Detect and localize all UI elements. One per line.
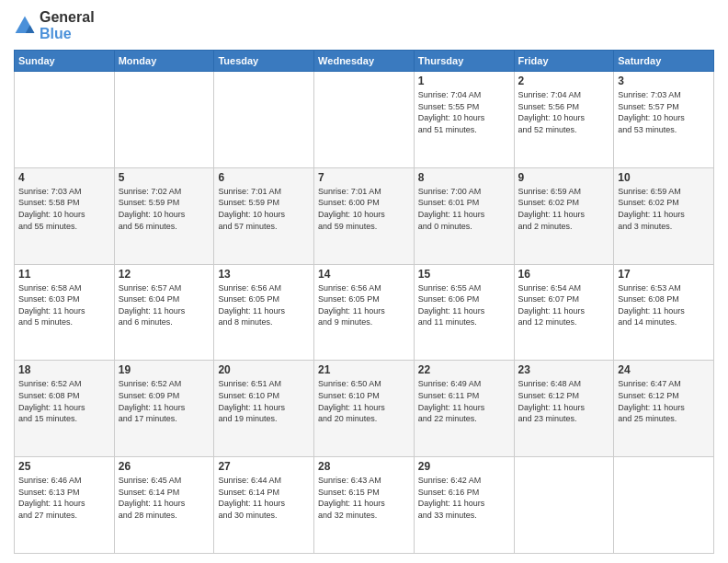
day-number: 3: [618, 75, 710, 87]
day-info: Sunrise: 6:47 AMSunset: 6:12 PMDaylight:…: [618, 378, 710, 424]
calendar-cell: 22Sunrise: 6:49 AMSunset: 6:11 PMDayligh…: [414, 361, 514, 457]
calendar-cell: 19Sunrise: 6:52 AMSunset: 6:09 PMDayligh…: [114, 361, 214, 457]
calendar-cell: 24Sunrise: 6:47 AMSunset: 6:12 PMDayligh…: [614, 361, 714, 457]
day-number: 18: [18, 363, 110, 376]
day-number: 26: [119, 460, 210, 473]
calendar-week-5: 25Sunrise: 6:46 AMSunset: 6:13 PMDayligh…: [15, 457, 714, 554]
calendar-cell: 23Sunrise: 6:48 AMSunset: 6:12 PMDayligh…: [514, 361, 614, 457]
day-number: 2: [518, 75, 610, 87]
day-info: Sunrise: 6:54 AMSunset: 6:07 PMDaylight:…: [518, 282, 610, 328]
calendar-cell: 8Sunrise: 7:00 AMSunset: 6:01 PMDaylight…: [414, 167, 514, 264]
day-info: Sunrise: 6:58 AMSunset: 6:03 PMDaylight:…: [18, 282, 110, 328]
day-info: Sunrise: 6:44 AMSunset: 6:14 PMDaylight:…: [218, 475, 310, 521]
weekday-header-tuesday: Tuesday: [214, 51, 314, 72]
day-number: 11: [18, 268, 110, 281]
day-info: Sunrise: 6:48 AMSunset: 6:12 PMDaylight:…: [518, 378, 610, 424]
day-number: 27: [218, 460, 310, 473]
calendar-week-4: 18Sunrise: 6:52 AMSunset: 6:08 PMDayligh…: [15, 361, 714, 457]
day-number: 13: [218, 268, 310, 281]
day-info: Sunrise: 6:50 AMSunset: 6:10 PMDaylight:…: [318, 378, 410, 424]
page: General Blue SundayMondayTuesdayWednesda…: [0, 0, 728, 563]
calendar-cell: 29Sunrise: 6:42 AMSunset: 6:16 PMDayligh…: [414, 457, 514, 554]
calendar-cell: 26Sunrise: 6:45 AMSunset: 6:14 PMDayligh…: [114, 457, 214, 554]
day-info: Sunrise: 6:46 AMSunset: 6:13 PMDaylight:…: [18, 475, 110, 521]
calendar-cell: 7Sunrise: 7:01 AMSunset: 6:00 PMDaylight…: [314, 167, 415, 264]
day-info: Sunrise: 6:45 AMSunset: 6:14 PMDaylight:…: [119, 475, 210, 521]
day-info: Sunrise: 7:04 AMSunset: 5:56 PMDaylight:…: [518, 89, 610, 135]
calendar-cell: 12Sunrise: 6:57 AMSunset: 6:04 PMDayligh…: [114, 264, 214, 361]
day-info: Sunrise: 7:01 AMSunset: 6:00 PMDaylight:…: [318, 186, 410, 232]
day-number: 21: [318, 363, 410, 376]
day-number: 17: [618, 268, 710, 281]
day-number: 7: [318, 171, 410, 184]
day-info: Sunrise: 6:52 AMSunset: 6:09 PMDaylight:…: [119, 378, 210, 424]
day-number: 20: [218, 363, 310, 376]
calendar-cell: 9Sunrise: 6:59 AMSunset: 6:02 PMDaylight…: [514, 167, 614, 264]
day-number: 12: [119, 268, 210, 281]
weekday-header-monday: Monday: [114, 51, 214, 72]
day-info: Sunrise: 6:51 AMSunset: 6:10 PMDaylight:…: [218, 378, 310, 424]
day-number: 14: [318, 268, 410, 281]
day-number: 4: [18, 171, 110, 184]
calendar-cell: 5Sunrise: 7:02 AMSunset: 5:59 PMDaylight…: [114, 167, 214, 264]
calendar-cell: 15Sunrise: 6:55 AMSunset: 6:06 PMDayligh…: [414, 264, 514, 361]
calendar-cell: 28Sunrise: 6:43 AMSunset: 6:15 PMDayligh…: [314, 457, 415, 554]
calendar-week-3: 11Sunrise: 6:58 AMSunset: 6:03 PMDayligh…: [15, 264, 714, 361]
calendar-cell: [214, 72, 314, 168]
calendar-cell: 3Sunrise: 7:03 AMSunset: 5:57 PMDaylight…: [614, 72, 714, 168]
day-number: 16: [518, 268, 610, 281]
day-number: 6: [218, 171, 310, 184]
day-info: Sunrise: 7:02 AMSunset: 5:59 PMDaylight:…: [119, 186, 210, 232]
calendar-cell: [114, 72, 214, 168]
calendar-cell: 17Sunrise: 6:53 AMSunset: 6:08 PMDayligh…: [614, 264, 714, 361]
calendar-cell: 25Sunrise: 6:46 AMSunset: 6:13 PMDayligh…: [15, 457, 115, 554]
calendar-cell: 14Sunrise: 6:56 AMSunset: 6:05 PMDayligh…: [314, 264, 415, 361]
calendar-cell: 2Sunrise: 7:04 AMSunset: 5:56 PMDaylight…: [514, 72, 614, 168]
day-number: 23: [518, 363, 610, 376]
calendar-cell: [614, 457, 714, 554]
calendar-cell: 10Sunrise: 6:59 AMSunset: 6:02 PMDayligh…: [614, 167, 714, 264]
calendar-cell: 1Sunrise: 7:04 AMSunset: 5:55 PMDaylight…: [414, 72, 514, 168]
calendar-cell: 20Sunrise: 6:51 AMSunset: 6:10 PMDayligh…: [214, 361, 314, 457]
calendar-cell: 11Sunrise: 6:58 AMSunset: 6:03 PMDayligh…: [15, 264, 115, 361]
calendar-week-1: 1Sunrise: 7:04 AMSunset: 5:55 PMDaylight…: [15, 72, 714, 168]
calendar-header-row: SundayMondayTuesdayWednesdayThursdayFrid…: [15, 51, 714, 72]
day-info: Sunrise: 7:03 AMSunset: 5:57 PMDaylight:…: [618, 89, 710, 135]
header: General Blue: [14, 9, 714, 42]
calendar-cell: [15, 72, 115, 168]
day-info: Sunrise: 6:57 AMSunset: 6:04 PMDaylight:…: [119, 282, 210, 328]
day-number: 29: [418, 460, 510, 473]
calendar-cell: 27Sunrise: 6:44 AMSunset: 6:14 PMDayligh…: [214, 457, 314, 554]
day-number: 8: [418, 171, 510, 184]
weekday-header-saturday: Saturday: [614, 51, 714, 72]
day-number: 15: [418, 268, 510, 281]
logo-icon: [14, 15, 36, 37]
day-info: Sunrise: 7:01 AMSunset: 5:59 PMDaylight:…: [218, 186, 310, 232]
day-info: Sunrise: 7:03 AMSunset: 5:58 PMDaylight:…: [18, 186, 110, 232]
calendar-cell: 18Sunrise: 6:52 AMSunset: 6:08 PMDayligh…: [15, 361, 115, 457]
day-number: 1: [418, 75, 510, 87]
day-info: Sunrise: 6:59 AMSunset: 6:02 PMDaylight:…: [518, 186, 610, 232]
weekday-header-friday: Friday: [514, 51, 614, 72]
day-info: Sunrise: 6:43 AMSunset: 6:15 PMDaylight:…: [318, 475, 410, 521]
day-info: Sunrise: 7:04 AMSunset: 5:55 PMDaylight:…: [418, 89, 510, 135]
weekday-header-wednesday: Wednesday: [314, 51, 415, 72]
day-info: Sunrise: 6:53 AMSunset: 6:08 PMDaylight:…: [618, 282, 710, 328]
day-number: 9: [518, 171, 610, 184]
weekday-header-sunday: Sunday: [15, 51, 115, 72]
day-info: Sunrise: 6:59 AMSunset: 6:02 PMDaylight:…: [618, 186, 710, 232]
logo-text: General Blue: [40, 9, 95, 42]
day-info: Sunrise: 7:00 AMSunset: 6:01 PMDaylight:…: [418, 186, 510, 232]
calendar-cell: [514, 457, 614, 554]
day-info: Sunrise: 6:49 AMSunset: 6:11 PMDaylight:…: [418, 378, 510, 424]
day-info: Sunrise: 6:42 AMSunset: 6:16 PMDaylight:…: [418, 475, 510, 521]
day-number: 5: [119, 171, 210, 184]
day-info: Sunrise: 6:55 AMSunset: 6:06 PMDaylight:…: [418, 282, 510, 328]
day-number: 19: [119, 363, 210, 376]
day-info: Sunrise: 6:56 AMSunset: 6:05 PMDaylight:…: [218, 282, 310, 328]
day-number: 28: [318, 460, 410, 473]
day-number: 25: [18, 460, 110, 473]
calendar-week-2: 4Sunrise: 7:03 AMSunset: 5:58 PMDaylight…: [15, 167, 714, 264]
weekday-header-thursday: Thursday: [414, 51, 514, 72]
calendar-cell: [314, 72, 415, 168]
